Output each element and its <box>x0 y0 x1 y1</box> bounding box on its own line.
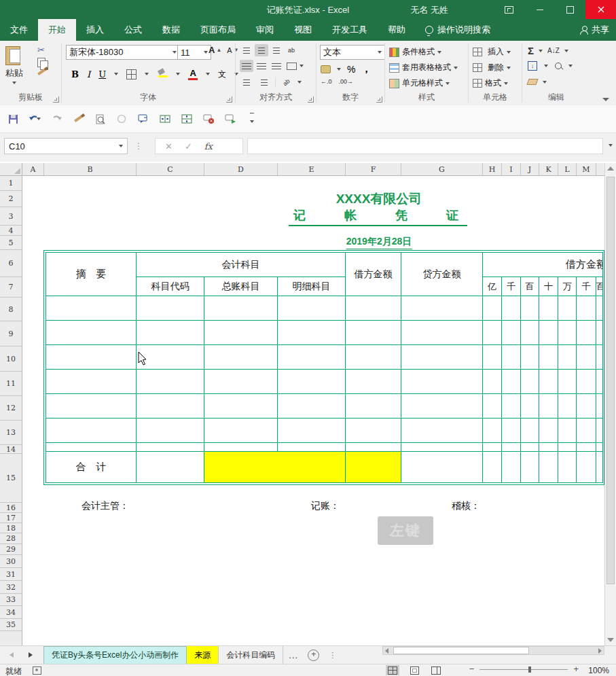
record-macro-icon[interactable] <box>33 666 41 675</box>
ribbon-tab[interactable]: 插入 <box>76 19 114 41</box>
number-format-combo[interactable]: 文本 <box>320 45 385 60</box>
column-header[interactable]: J <box>521 163 539 175</box>
increase-indent-button[interactable] <box>257 76 271 88</box>
insert-function-icon[interactable]: fx <box>204 141 213 152</box>
vertical-scrollbar[interactable] <box>604 163 616 645</box>
expand-formula-bar-icon[interactable] <box>609 144 613 147</box>
row-header[interactable]: 32 <box>0 581 22 594</box>
digit-column-header[interactable]: 百 <box>596 277 603 296</box>
row-header[interactable]: 33 <box>0 594 22 606</box>
dialog-launcher-icon[interactable] <box>53 96 59 103</box>
ribbon-tab[interactable]: 帮助 <box>378 19 416 41</box>
record-ready-icon[interactable] <box>115 113 128 125</box>
minimize-button[interactable] <box>524 0 555 19</box>
clear-icon[interactable] <box>526 79 538 85</box>
customize-toolbar-icon[interactable] <box>246 113 258 125</box>
run-comment-icon[interactable] <box>224 113 236 125</box>
zoom-level[interactable]: 100% <box>588 666 609 675</box>
total-highlight-cell[interactable] <box>204 452 346 483</box>
row-header[interactable]: 31 <box>0 568 22 581</box>
align-middle-button[interactable] <box>255 44 268 56</box>
paste-button[interactable]: 粘贴 <box>5 45 23 84</box>
voucher-data-row[interactable] <box>46 370 603 394</box>
worksheet-area[interactable]: XXXX有限公司 记帐凭证 2019年2月28日 摘 要 会计科目 借方金额 贷… <box>22 176 604 645</box>
copy-icon[interactable] <box>37 58 46 67</box>
header-debit[interactable]: 借方金额 <box>346 253 401 296</box>
dialog-launcher-icon[interactable] <box>376 96 382 103</box>
horizontal-scroll-thumb[interactable] <box>393 647 529 654</box>
column-width-icon[interactable] <box>159 113 171 125</box>
digit-column-header[interactable]: 万 <box>558 277 577 296</box>
voucher-data-row[interactable] <box>46 296 603 321</box>
comma-button[interactable]: ， <box>361 63 371 75</box>
decrease-indent-button[interactable] <box>240 76 253 88</box>
digit-column-header[interactable]: 十 <box>539 277 558 296</box>
column-header[interactable]: B <box>44 163 137 175</box>
chevron-down-icon[interactable] <box>114 73 118 75</box>
column-header[interactable]: I <box>502 163 521 175</box>
sheet-tab[interactable]: 来源 <box>187 646 219 664</box>
sheet-tab[interactable]: 凭证By头条号Excel办公小动画制作 <box>43 646 187 664</box>
wrap-text-button[interactable]: ab <box>285 44 298 56</box>
digit-column-header[interactable]: 千 <box>502 277 521 296</box>
borders-icon[interactable] <box>126 69 137 79</box>
row-header[interactable]: 34 <box>0 606 22 619</box>
bold-button[interactable]: B <box>71 69 79 79</box>
ribbon-tab[interactable]: 页面布局 <box>190 19 246 41</box>
row-header[interactable]: 16 <box>0 503 22 513</box>
column-header[interactable]: H <box>483 163 502 175</box>
voucher-data-row[interactable] <box>46 443 603 452</box>
chevron-down-icon[interactable] <box>543 81 547 84</box>
ribbon-tab[interactable]: 视图 <box>284 19 322 41</box>
more-sheets[interactable]: ... <box>283 646 304 664</box>
voucher-data-row[interactable] <box>46 321 603 345</box>
row-header[interactable]: 30 <box>0 555 22 568</box>
row-header[interactable]: 5 <box>0 236 22 250</box>
next-sheet-icon[interactable] <box>29 652 33 658</box>
row-header[interactable]: 15 <box>0 454 22 503</box>
row-header[interactable]: 11 <box>0 372 22 396</box>
zoom-slider[interactable] <box>479 669 568 670</box>
merge-center-button[interactable] <box>285 60 298 72</box>
select-all-corner[interactable] <box>0 163 22 176</box>
format-cells-button[interactable]: 格式 <box>473 77 511 89</box>
phonetic-button[interactable]: 文 <box>218 69 226 80</box>
autosum-button[interactable]: Σ <box>528 45 534 56</box>
share-button[interactable]: 共享 <box>580 19 609 41</box>
row-header[interactable]: 4 <box>0 226 22 236</box>
close-button[interactable] <box>585 0 616 19</box>
format-painter-icon[interactable] <box>72 113 84 125</box>
column-header[interactable]: L <box>558 163 577 175</box>
zoom-in-icon[interactable]: + <box>573 666 579 673</box>
ribbon-tab[interactable]: 文件 <box>0 19 38 41</box>
decrease-decimal-icon[interactable]: .00→ <box>339 79 354 85</box>
align-bottom-button[interactable] <box>270 44 283 56</box>
scroll-right-icon[interactable] <box>598 648 602 654</box>
page-layout-view-button[interactable] <box>407 665 421 675</box>
header-summary[interactable]: 摘 要 <box>46 253 137 296</box>
delete-comment-icon[interactable] <box>202 113 215 125</box>
chevron-down-icon[interactable] <box>337 68 341 71</box>
column-header[interactable]: A <box>22 163 44 175</box>
print-preview-icon[interactable] <box>94 113 106 125</box>
chevron-down-icon[interactable] <box>297 81 302 84</box>
row-header[interactable]: 3 <box>0 207 22 226</box>
chevron-down-icon[interactable] <box>206 73 210 75</box>
column-header[interactable]: M <box>577 163 596 175</box>
chevron-down-icon[interactable] <box>564 50 568 52</box>
row-header[interactable]: 10 <box>0 346 22 372</box>
new-sheet-button[interactable]: + <box>308 646 319 664</box>
row-height-icon[interactable] <box>181 113 193 125</box>
increase-decimal-icon[interactable]: ←.0 <box>321 79 332 85</box>
row-header[interactable]: 28 <box>0 533 22 544</box>
row-header[interactable]: 13 <box>0 421 22 445</box>
row-header[interactable]: 12 <box>0 396 22 421</box>
zoom-out-icon[interactable]: − <box>469 666 475 673</box>
font-size-combo[interactable]: 11 <box>177 45 211 60</box>
header-credit[interactable]: 贷方金额 <box>401 253 483 296</box>
orientation-button[interactable]: ab <box>280 76 293 88</box>
tell-me-search[interactable]: 操作说明搜索 <box>425 19 490 41</box>
digit-column-header[interactable]: 百 <box>521 277 539 296</box>
delete-cells-button[interactable]: 删除 <box>473 62 511 73</box>
align-right-button[interactable] <box>270 60 283 72</box>
